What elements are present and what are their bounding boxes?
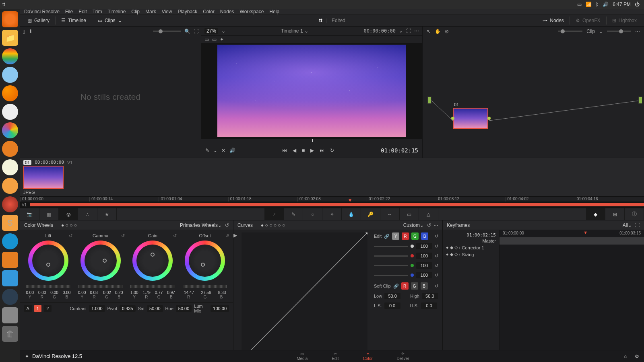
menu-item[interactable]: Workspace bbox=[240, 9, 264, 14]
volume-icon[interactable]: 🔊 bbox=[229, 148, 235, 153]
dock-ubuntu-icon[interactable] bbox=[2, 11, 18, 27]
page-color[interactable]: ✶Color bbox=[363, 352, 373, 361]
pointer-icon[interactable]: ↖ bbox=[427, 29, 431, 34]
dock-photos-icon[interactable] bbox=[2, 122, 18, 138]
expand-icon[interactable]: ⛶ bbox=[194, 29, 198, 34]
clip-thumbnail[interactable] bbox=[23, 166, 64, 189]
kf-item[interactable]: Corrector 1 bbox=[462, 245, 484, 250]
expand-icon[interactable]: ⛶ bbox=[635, 222, 640, 228]
wheels-mode[interactable]: Primaries Wheels bbox=[180, 222, 218, 228]
dock-blender-icon[interactable] bbox=[2, 178, 18, 194]
wheel-value[interactable]: 1.79 bbox=[142, 290, 150, 295]
qualifier-icon[interactable]: ✎ bbox=[284, 208, 303, 220]
kf-item[interactable]: Sizing bbox=[462, 252, 474, 257]
color-wheel-offset[interactable] bbox=[185, 241, 225, 281]
wheel-value[interactable]: 0.97 bbox=[167, 290, 175, 295]
link-icon[interactable]: 🔗 bbox=[384, 234, 390, 239]
wheel-value[interactable]: 0.20 bbox=[115, 290, 123, 295]
expand-icon[interactable]: ⛶ bbox=[406, 28, 411, 34]
chevron-down-icon[interactable]: ⌄ bbox=[304, 28, 308, 34]
node-slider2[interactable] bbox=[619, 29, 623, 33]
wheel-value[interactable]: 0.03 bbox=[90, 290, 97, 295]
curve-g-value[interactable]: 100 bbox=[416, 262, 432, 269]
menu-item[interactable]: View bbox=[162, 9, 172, 14]
motion-effects-icon[interactable]: ★ bbox=[97, 208, 117, 220]
reset-icon[interactable]: ↺ bbox=[435, 284, 438, 289]
wheel-slider[interactable] bbox=[183, 285, 227, 288]
page-edit[interactable]: ✂Edit bbox=[332, 352, 339, 361]
viewer-timecode[interactable]: 00:00:00:00 bbox=[364, 28, 396, 34]
menu-item[interactable]: Playback bbox=[178, 9, 197, 14]
color-wheel-gain[interactable] bbox=[132, 241, 173, 281]
wifi-icon[interactable]: 📶 bbox=[586, 2, 592, 7]
keyframe-icon[interactable]: ◆ bbox=[586, 208, 605, 220]
dock-app2-icon[interactable] bbox=[2, 141, 18, 157]
timeline-clip[interactable] bbox=[30, 203, 644, 206]
color-wheel-lift[interactable] bbox=[28, 241, 68, 281]
dock-app4-icon[interactable] bbox=[2, 233, 18, 249]
chevron-down-icon[interactable]: ⌄ bbox=[218, 222, 222, 228]
chevron-down-icon[interactable]: ⌄ bbox=[628, 222, 632, 228]
lightbox-button[interactable]: ⊞Lightbox bbox=[608, 14, 641, 27]
curves-icon[interactable]: ⟋ bbox=[264, 208, 284, 220]
viewer-mode2-icon[interactable]: ▭ bbox=[212, 37, 217, 42]
chevron-down-icon[interactable]: ⌄ bbox=[221, 28, 225, 34]
curves-mode[interactable]: Custom bbox=[403, 222, 420, 228]
lummix-value[interactable]: 100.00 bbox=[211, 305, 229, 312]
curve-r-value[interactable]: 100 bbox=[416, 253, 432, 259]
version-1-button[interactable]: 1 bbox=[34, 305, 42, 312]
rgb-mixer-icon[interactable]: ∴ bbox=[78, 208, 97, 220]
display-icon[interactable]: ▭ bbox=[577, 2, 582, 7]
reset-icon[interactable]: ↺ bbox=[435, 253, 438, 259]
mini-timeline[interactable]: 01:00:00:00 01:00:00:14 01:00:01:04 01:0… bbox=[20, 196, 644, 208]
wheel-value[interactable]: -0.02 bbox=[102, 290, 111, 295]
wheel-slider[interactable] bbox=[26, 285, 70, 288]
version-2-button[interactable]: 2 bbox=[44, 305, 52, 312]
page-deliver[interactable]: ✈Deliver bbox=[397, 352, 409, 361]
wheel-value[interactable]: 27.56 bbox=[201, 290, 211, 295]
chevron-down-icon[interactable]: ⌄ bbox=[213, 148, 217, 153]
wheel-value[interactable]: 8.33 bbox=[218, 290, 226, 295]
soft-g-button[interactable]: G bbox=[411, 282, 418, 290]
loop-icon[interactable]: ↻ bbox=[330, 148, 334, 153]
stills-view2-icon[interactable]: ⬇ bbox=[29, 29, 33, 34]
dock-sublime-icon[interactable]: S bbox=[2, 215, 18, 231]
pivot-value[interactable]: 0.435 bbox=[120, 305, 136, 312]
high-value[interactable]: 50.0 bbox=[422, 293, 438, 299]
dock-app3-icon[interactable] bbox=[2, 159, 18, 175]
info-icon[interactable]: ⓘ bbox=[625, 208, 644, 220]
reset-icon[interactable]: ↺ bbox=[427, 222, 431, 228]
scopes-icon[interactable]: ⊞ bbox=[605, 208, 625, 220]
dock-chromium-icon[interactable] bbox=[2, 67, 18, 83]
reset-icon[interactable]: ↺ bbox=[225, 233, 229, 239]
step-back-icon[interactable]: ◀ bbox=[293, 148, 296, 153]
curve-expand-icon[interactable]: ▶ bbox=[233, 232, 237, 238]
hue-value[interactable]: 50.00 bbox=[176, 305, 192, 312]
color-match-icon[interactable]: ▦ bbox=[39, 208, 59, 220]
menu-item[interactable]: Color bbox=[203, 9, 215, 14]
stereo-icon[interactable]: ▭ bbox=[400, 208, 419, 220]
play-icon[interactable]: ▶ bbox=[310, 148, 314, 153]
tracker-icon[interactable]: ✧ bbox=[322, 208, 342, 220]
chevron-down-icon[interactable]: ⌄ bbox=[599, 29, 603, 34]
camera-raw-icon[interactable]: 📷 bbox=[20, 208, 39, 220]
menu-item[interactable]: DaVinci Resolve bbox=[24, 9, 60, 14]
reset-icon[interactable]: ↺ bbox=[435, 263, 438, 268]
timeline-button[interactable]: ☰Timeline bbox=[57, 14, 90, 27]
dock-app7-icon[interactable] bbox=[2, 289, 18, 305]
kf-mode[interactable]: All bbox=[623, 222, 628, 228]
dock-app6-icon[interactable] bbox=[2, 270, 18, 286]
dock-files-icon[interactable]: 📁 bbox=[2, 30, 18, 46]
hand-icon[interactable]: ✋ bbox=[435, 29, 441, 34]
menu-item[interactable]: Clip bbox=[131, 9, 140, 14]
bluetooth-icon[interactable]: ᛒ bbox=[596, 2, 599, 7]
viewer-scrubber[interactable] bbox=[312, 139, 313, 142]
curve-y-value[interactable]: 100 bbox=[416, 243, 432, 249]
blur-icon[interactable]: 💧 bbox=[342, 208, 361, 220]
menu-item[interactable]: Mark bbox=[145, 9, 156, 14]
color-wheels-icon[interactable]: ◎ bbox=[59, 208, 78, 220]
close-icon[interactable]: ✕ bbox=[221, 148, 225, 153]
eyedropper-icon[interactable]: ✎ bbox=[205, 148, 209, 153]
gallery-button[interactable]: ▧Gallery bbox=[23, 14, 54, 27]
hs-value[interactable]: 0.0 bbox=[421, 302, 437, 309]
